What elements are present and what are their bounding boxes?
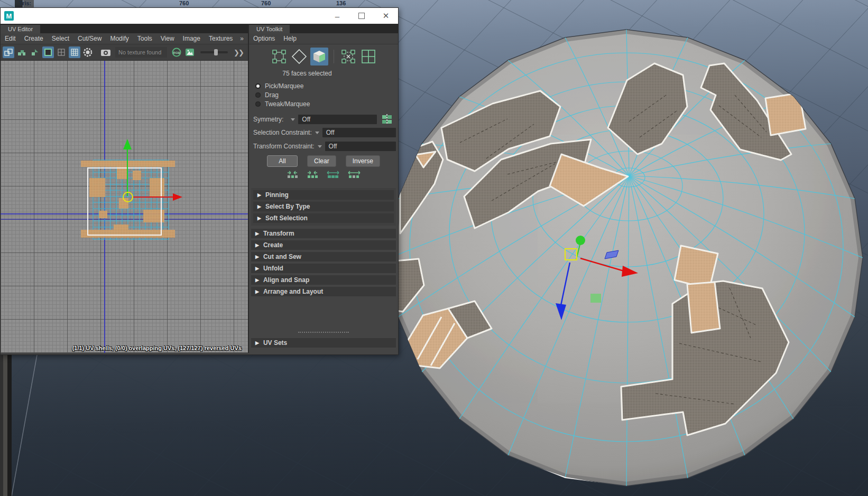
pixel-snap-icon[interactable] [69,46,80,58]
shrink-selection-icon[interactable] [286,170,299,180]
vertex-mode-icon[interactable] [270,48,288,65]
icon-separator [334,50,334,63]
transform-constraint-value[interactable]: Off [325,142,396,151]
selection-mode-icons [249,48,398,65]
section-cut-and-sew[interactable]: ▶Cut and Sew [251,252,396,261]
uv-toolkit-menubar: Options Help [249,33,398,44]
hud-tris-value: 760 [261,0,271,7]
expand-arrow-icon: ▶ [255,231,259,236]
close-button[interactable]: ✕ [374,8,398,24]
menu-view[interactable]: View [156,35,179,42]
expand-arrow-icon: ▶ [257,204,261,209]
face-mode-icon[interactable] [310,48,328,65]
expand-arrow-icon: ▶ [257,192,261,198]
menu-tools[interactable]: Tools [133,35,156,42]
menu-options[interactable]: Options [249,35,279,42]
symmetry-display-icon[interactable] [381,114,393,125]
shrink-selection-alt-icon[interactable] [306,170,319,180]
svg-text:RGB: RGB [173,51,180,54]
grow-selection-alt-icon[interactable] [347,170,361,180]
section-uv-sets[interactable]: ▶UV Sets [251,338,396,348]
symmetry-label: Symmetry: [253,116,283,123]
section-label: Pinning [265,191,289,199]
radio-pick-marquee[interactable]: Pick/Marquee [255,81,310,90]
display-image-icon[interactable] [42,46,54,58]
section-soft-selection[interactable]: ▶Soft Selection [253,213,394,223]
edge-mode-icon[interactable] [290,48,308,65]
window-titlebar[interactable]: M – ✕ [1,8,398,24]
poly-sphere [389,30,863,486]
uv-canvas[interactable]: (1/1) UV shells, (0/0) overlapping UVs, … [1,61,248,353]
panel-resize-handle[interactable] [298,332,349,333]
expand-arrow-icon: ▶ [255,289,259,294]
tab-uv-toolkit[interactable]: UV Toolkit [249,25,290,33]
menu-textures[interactable]: Textures [205,35,237,42]
minimize-button[interactable]: – [325,8,349,24]
maya-logo-icon: M [4,11,14,21]
expand-arrow-icon: ▶ [255,340,259,345]
section-create[interactable]: ▶Create [251,240,396,250]
tab-uv-editor[interactable]: UV Editor [1,25,40,33]
menu-edit[interactable]: Edit [1,35,20,42]
radio-label: Drag [265,91,279,99]
manip2d-y-arrow [123,139,132,149]
toolbar-expand-icon[interactable]: ❯❯ [234,49,243,57]
shade-uvs-icon[interactable] [82,46,94,58]
selection-constraint-value[interactable]: Off [322,128,396,137]
radio-icon [255,101,261,107]
section-pinning[interactable]: ▶Pinning [253,190,394,200]
transform-constraint-row: Transform Constraint: Off [253,142,396,151]
section-label: Transform [263,230,294,237]
radio-label: Pick/Marquee [265,82,303,90]
menu-create[interactable]: Create [20,35,48,42]
interaction-mode-radios: Pick/Marquee Drag Tweak/Marquee [255,81,310,108]
expand-arrow-icon: ▶ [255,242,259,248]
rgb-channels-icon[interactable]: RGB [171,46,182,58]
menu-select[interactable]: Select [48,35,73,42]
menu-image[interactable]: Image [179,35,205,42]
inverse-selection-button[interactable]: Inverse [346,155,380,167]
texture-snapshot-icon[interactable] [100,46,112,58]
stack-shells-icon[interactable] [16,46,27,58]
texture-selector[interactable]: No texture found [115,47,167,58]
symmetry-row: Symmetry: Off [253,114,393,125]
uv-editor-window: M – ✕ UV Editor Edit Create Select Cut/S… [0,7,399,355]
transform-constraint-dropdown-icon[interactable] [318,145,322,148]
tile-layout-icon[interactable] [3,46,14,58]
symmetry-dropdown-icon[interactable] [291,118,295,121]
selection-constraint-row: Selection Constraint: Off [253,128,396,137]
section-label: Unfold [263,265,283,272]
section-transform[interactable]: ▶Transform [251,229,396,238]
maximize-button[interactable] [349,8,374,24]
slider-knob[interactable] [214,49,218,55]
selection-constraint-dropdown-icon[interactable] [315,132,319,134]
uv-editor-panel: UV Editor Edit Create Select Cut/Sew Mod… [1,24,249,353]
expand-arrow-icon: ▶ [255,277,259,283]
selection-grow-icons [249,170,398,180]
menu-help[interactable]: Help [279,35,301,42]
clear-selection-button[interactable]: Clear [307,155,336,167]
section-arrange-and-layout[interactable]: ▶Arrange and Layout [251,287,396,296]
menu-overflow-chevron[interactable]: » [240,35,244,42]
radio-icon [255,92,261,98]
section-label: Arrange and Layout [263,288,323,295]
section-align-and-snap[interactable]: ▶Align and Snap [251,275,396,285]
display-grid-icon[interactable] [56,46,67,58]
uv-shell-mode-icon[interactable] [359,48,377,65]
grow-selection-icon[interactable] [326,170,340,180]
radio-tweak-marquee[interactable]: Tweak/Marquee [255,99,310,108]
section-unfold[interactable]: ▶Unfold [251,264,396,273]
radio-drag[interactable]: Drag [255,90,310,99]
distribute-shells-icon[interactable] [29,46,41,58]
expand-arrow-icon: ▶ [257,216,261,221]
symmetry-value[interactable]: Off [298,115,377,124]
image-display-icon[interactable] [184,46,196,58]
image-dim-slider[interactable] [200,51,228,53]
manip-plane-xz [590,294,601,303]
menu-modify[interactable]: Modify [106,35,133,42]
select-all-button[interactable]: All [267,155,298,167]
uv-mode-icon[interactable] [339,48,357,65]
section-select-by-type[interactable]: ▶Select By Type [253,202,394,211]
menu-cut-sew[interactable]: Cut/Sew [73,35,106,42]
selection-status: 75 faces selected [249,70,365,77]
